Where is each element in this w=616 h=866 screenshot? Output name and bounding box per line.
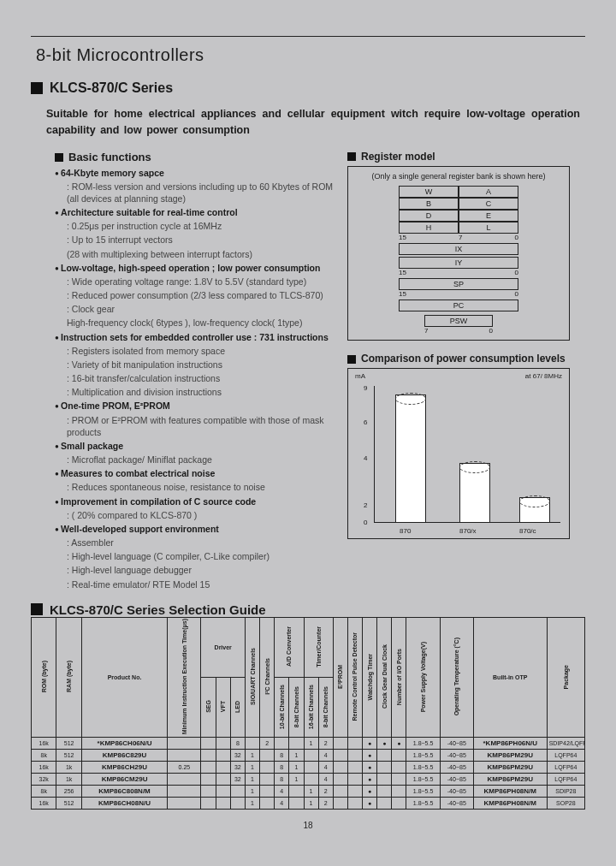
table-cell (201, 749, 216, 761)
table-cell: 1 (304, 737, 318, 749)
feature-sub: : Registers isolated from memory space (55, 345, 339, 357)
square-bullet-icon (55, 153, 63, 162)
chart-category: 870/x (459, 527, 477, 535)
table-cell (347, 785, 362, 797)
feature-sub: : Microflat package/ Miniflat package (55, 454, 339, 466)
chart-category: 870 (400, 527, 411, 535)
table-cell: -40~85 (440, 737, 473, 749)
selection-guide-table: ROM (byte) RAM (byte) Product No. Minimu… (31, 617, 585, 810)
table-cell: KMP86PM29U (473, 773, 547, 785)
table-cell (333, 761, 347, 773)
table-cell: ● (392, 737, 406, 749)
table-cell (347, 749, 362, 761)
table-cell: KMP86PM29U (473, 761, 547, 773)
table-cell: 1.8~5.5 (406, 785, 440, 797)
table-cell (201, 797, 216, 809)
table-cell: 1 (289, 749, 304, 761)
table-cell (260, 761, 275, 773)
table-cell: KMP86CH29U (81, 761, 167, 773)
reg-cell: L (459, 222, 518, 234)
feature-sub: : Multiplication and division instructio… (55, 386, 339, 398)
col-mininst: Minimum Instruction Execution Time(μs) (168, 617, 201, 737)
table-cell (289, 785, 304, 797)
feature-item: Well-developed support environment (55, 523, 339, 535)
feature-sub: : High-level language (C compiler, C-Lik… (55, 550, 339, 562)
table-cell: 4 (318, 761, 333, 773)
table-cell (333, 785, 347, 797)
basic-header-text: Basic functions (68, 151, 151, 163)
table-cell: 2 (318, 737, 333, 749)
table-cell: KMP86PH08N/M (473, 797, 547, 809)
table-cell: 512 (56, 749, 81, 761)
col-vft: VFT (216, 677, 230, 737)
col-otp: Built-in OTP (473, 617, 547, 737)
table-cell (392, 797, 406, 809)
reg-cell: W (399, 186, 459, 198)
table-cell (201, 785, 216, 797)
table-cell: 1.8~5.5 (406, 737, 440, 749)
table-cell (333, 773, 347, 785)
table-row: 8k512KMP86C829U321814●1.8~5.5-40~85KMP86… (32, 749, 585, 761)
table-cell: 16k (32, 737, 56, 749)
selection-guide-heading: KLCS-870/C Series Selection Guide (31, 602, 585, 617)
table-cell: SDIP28 (547, 785, 584, 797)
reg-wide: IX (399, 243, 518, 255)
table-cell (201, 773, 216, 785)
chart-ylabel: mA (355, 372, 365, 380)
table-cell (304, 761, 318, 773)
table-cell: 4 (318, 773, 333, 785)
left-column: Basic functions 64-Kbyte memory sapce : … (31, 151, 339, 590)
table-cell (260, 749, 275, 761)
table-cell (392, 773, 406, 785)
reg-wide: SP (399, 278, 518, 290)
table-cell (275, 737, 289, 749)
col-rom: ROM (byte) (32, 617, 56, 737)
register-note: (Only a single general register bank is … (355, 172, 562, 181)
table-cell: ● (363, 773, 377, 785)
table-cell (216, 797, 230, 809)
table-cell (377, 797, 392, 809)
table-cell (260, 773, 275, 785)
register-header-text: Register model (361, 151, 435, 163)
table-cell: KMP86CM29U (81, 773, 167, 785)
feature-item: Small package (55, 440, 339, 452)
table-cell: KMP86C829U (81, 749, 167, 761)
table-cell: 1.8~5.5 (406, 797, 440, 809)
table-cell (347, 737, 362, 749)
table-cell (377, 773, 392, 785)
reg-cell: A (459, 186, 518, 198)
feature-item: Measures to combat electrical noise (55, 467, 339, 479)
table-cell: SDIP42/LQFP44 (547, 737, 584, 749)
feature-item: Architecture suitable for real-time cont… (55, 206, 339, 218)
table-cell (168, 737, 201, 749)
comparison-heading: Comparison of power consumption levels (347, 353, 570, 365)
feature-sub: : Real-time emulator/ RTE Model 15 (55, 578, 339, 590)
table-cell: 8k (32, 749, 56, 761)
table-cell (245, 737, 259, 749)
table-row: 8k256KMP86C808N/M1412●1.8~5.5-40~85KMP86… (32, 785, 585, 797)
y-axis (374, 386, 375, 523)
feature-item: One-time PROM, E²PROM (55, 400, 339, 412)
feature-item: Instruction sets for embedded controller… (55, 331, 339, 343)
table-cell: 1 (245, 797, 259, 809)
table-cell (392, 749, 406, 761)
feature-sub: : Assembler (55, 537, 339, 549)
table-cell: 1k (56, 773, 81, 785)
col-e2: E²PROM (333, 617, 347, 737)
square-bullet-icon (31, 603, 43, 615)
table-cell (168, 797, 201, 809)
register-pairs: WA BC DE HL (399, 186, 518, 234)
col-wdt: Watchdog Timer (363, 617, 377, 737)
table-cell (347, 761, 362, 773)
table-cell (347, 797, 362, 809)
table-cell (304, 749, 318, 761)
selection-title: KLCS-870/C Series Selection Guide (50, 602, 266, 617)
feature-item: Improvement in compilation of C source c… (55, 495, 339, 507)
square-bullet-icon (347, 355, 356, 364)
table-cell: 1k (56, 761, 81, 773)
col-driver-group: Driver (201, 617, 245, 677)
table-cell (333, 737, 347, 749)
feature-sub: : Clock gear (55, 303, 339, 315)
table-cell: ● (377, 737, 392, 749)
register-model-diagram: (Only a single general register bank is … (347, 166, 570, 341)
